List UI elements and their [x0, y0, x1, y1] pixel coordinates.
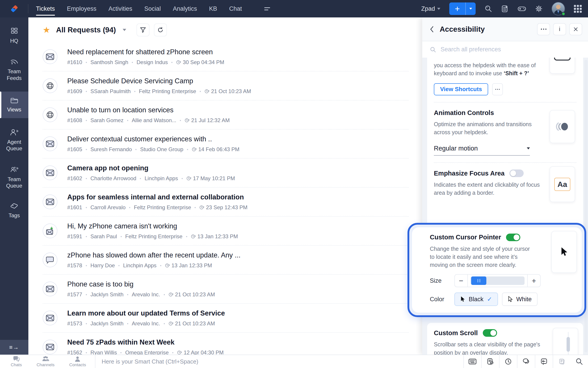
add-dropdown-button[interactable] — [466, 2, 476, 15]
ticket-id: #1609 — [67, 88, 82, 94]
sidebar-item-team-feeds[interactable]: Team Feeds — [0, 53, 28, 87]
scroll-title: Custom Scroll — [434, 329, 478, 337]
clock-icon — [205, 89, 209, 94]
refresh-button[interactable] — [154, 23, 167, 37]
ticket-row[interactable]: Apps for seamless internal and external … — [43, 188, 409, 217]
ticket-requester: Charlotte Arrowood — [91, 175, 136, 182]
size-label: Size — [430, 277, 454, 284]
ticket-row[interactable]: Camera app not opening #1602 Charlotte A… — [43, 158, 409, 188]
tab-kb[interactable]: KB — [209, 0, 217, 18]
panel-close-button[interactable] — [569, 23, 582, 35]
focus-aa-sample: Aa — [554, 178, 570, 191]
copy-stack-icon[interactable] — [553, 355, 570, 368]
tray-channels[interactable]: Channels — [37, 356, 55, 367]
color-black-button[interactable]: Black ✓ — [454, 293, 498, 306]
chevron-down-icon[interactable] — [123, 29, 126, 31]
ticket-channel-icon — [43, 194, 57, 209]
keyboard-shortcuts-icon[interactable] — [464, 355, 481, 368]
preferences-search-input[interactable] — [440, 46, 580, 53]
motion-select[interactable]: Regular motion — [434, 145, 530, 156]
user-avatar[interactable] — [551, 2, 565, 15]
clock-icon — [176, 60, 181, 65]
tab-tickets[interactable]: Tickets — [36, 0, 55, 18]
accessibility-panel: Accessibility i you access the helpdesk … — [422, 18, 588, 355]
more-tabs-icon[interactable] — [264, 7, 270, 10]
back-chevron-icon[interactable] — [430, 26, 434, 33]
focus-illustration: Aa — [550, 166, 575, 202]
ticket-time: 23 Sep 12:43 PM — [199, 204, 247, 211]
games-icon[interactable] — [518, 5, 526, 12]
tab-chat[interactable]: Chat — [229, 0, 242, 18]
ticket-requester: Jacklyn Smith — [91, 291, 123, 298]
tab-activities[interactable]: Activities — [109, 0, 132, 18]
tray-contacts[interactable]: Contacts — [69, 356, 86, 367]
tab-employees[interactable]: Employess — [67, 0, 96, 18]
ticket-time: 21 Oct 10:23 AM — [168, 291, 215, 298]
size-decrease-button[interactable]: − — [455, 275, 467, 287]
ticket-meta: #1601 Carroll Arevalo Feltz Printing Ent… — [67, 204, 248, 211]
panel-more-button[interactable] — [537, 23, 550, 35]
reply-box-icon[interactable] — [535, 355, 553, 368]
chat-bubble-icon — [46, 256, 54, 264]
ticket-channel-icon — [43, 282, 57, 296]
ticket-row[interactable]: zPhone has slowed down after the recent … — [43, 246, 409, 275]
filter-button[interactable] — [137, 23, 149, 37]
ticket-row[interactable]: Need 75 zPads within Next Week #1562 Rya… — [43, 333, 409, 355]
ticket-row[interactable]: Phone case is too big #1577 Jacklyn Smit… — [43, 275, 409, 304]
feedback-chat-icon[interactable] — [517, 355, 535, 368]
sidebar-item-agent-queue[interactable]: Agent Queue — [0, 123, 28, 157]
ticket-row[interactable]: Hi, My zPhone camera isn't working #1591… — [43, 217, 409, 246]
ticket-time: 21 Oct 10:23 AM — [205, 88, 251, 94]
sidebar-expand-button[interactable]: ≡→ — [0, 340, 28, 355]
clock-icon — [191, 234, 196, 239]
view-title[interactable]: All Requests (94) — [56, 26, 116, 34]
add-button[interactable]: + — [449, 2, 466, 15]
color-white-button[interactable]: White — [502, 293, 538, 306]
panel-info-button[interactable]: i — [553, 23, 566, 35]
ticket-time: 21 Jul 12:32 AM — [185, 117, 230, 123]
sidebar-item-views[interactable]: Views — [0, 92, 28, 118]
app-logo[interactable] — [0, 0, 28, 18]
tray-chats[interactable]: Chats — [11, 356, 22, 367]
mail-icon — [46, 140, 54, 147]
history-clock-icon[interactable] — [500, 355, 517, 368]
ticket-row[interactable]: Need replacement for shattered zPhone sc… — [43, 42, 409, 72]
ticket-row[interactable]: Please Schedule Device Servicing Camp #1… — [43, 72, 409, 101]
sidebar-item-team-queue[interactable]: Team Queue — [0, 160, 28, 194]
scroll-toggle[interactable] — [483, 329, 497, 337]
tab-social[interactable]: Social — [144, 0, 161, 18]
focus-toggle[interactable] — [509, 169, 524, 177]
tab-analytics[interactable]: Analytics — [173, 0, 197, 18]
preferences-search[interactable] — [422, 41, 588, 58]
search-icon[interactable] — [570, 355, 588, 368]
feeds-icon[interactable] — [501, 5, 509, 12]
sidebar-item-hq[interactable]: HQ — [0, 22, 28, 49]
ticket-company: Linchpin Apps — [123, 262, 156, 269]
view-shortcuts-button[interactable]: View Shortcuts — [434, 83, 488, 95]
ticket-row[interactable]: Unable to turn on location services #160… — [43, 101, 409, 129]
cursor-toggle[interactable] — [506, 234, 520, 241]
gear-icon[interactable] — [535, 5, 543, 12]
ticket-subject: Camera app not opening — [67, 164, 235, 172]
clock-icon — [177, 350, 182, 355]
org-switcher[interactable]: Zpad — [421, 5, 440, 12]
size-slider-handle[interactable] — [471, 276, 486, 285]
sidebar-item-tags[interactable]: Tags — [0, 197, 28, 224]
app-launcher-icon[interactable] — [574, 5, 582, 13]
channels-icon — [42, 356, 49, 362]
smart-chat-input[interactable] — [102, 358, 463, 365]
ticket-row[interactable]: Learn more about our updated Terms of Se… — [43, 304, 409, 333]
ticket-requester: Jacklyn Smith — [91, 321, 123, 327]
size-slider[interactable] — [470, 276, 524, 285]
favorite-star-icon[interactable]: ★ — [43, 26, 50, 34]
chevron-down-icon — [527, 147, 530, 149]
tasks-icon[interactable] — [482, 355, 499, 368]
ticket-channel-icon — [43, 311, 57, 325]
cursor-size-row: Size − + — [430, 274, 576, 287]
search-icon[interactable] — [485, 5, 492, 12]
ticket-row[interactable]: Deliver contextual customer experiences … — [43, 129, 409, 158]
left-sidebar: HQ Team Feeds Views Agent Queue — [0, 18, 28, 355]
smart-chat[interactable] — [95, 355, 463, 368]
size-increase-button[interactable]: + — [528, 275, 540, 287]
shortcuts-more-button[interactable] — [492, 83, 503, 95]
